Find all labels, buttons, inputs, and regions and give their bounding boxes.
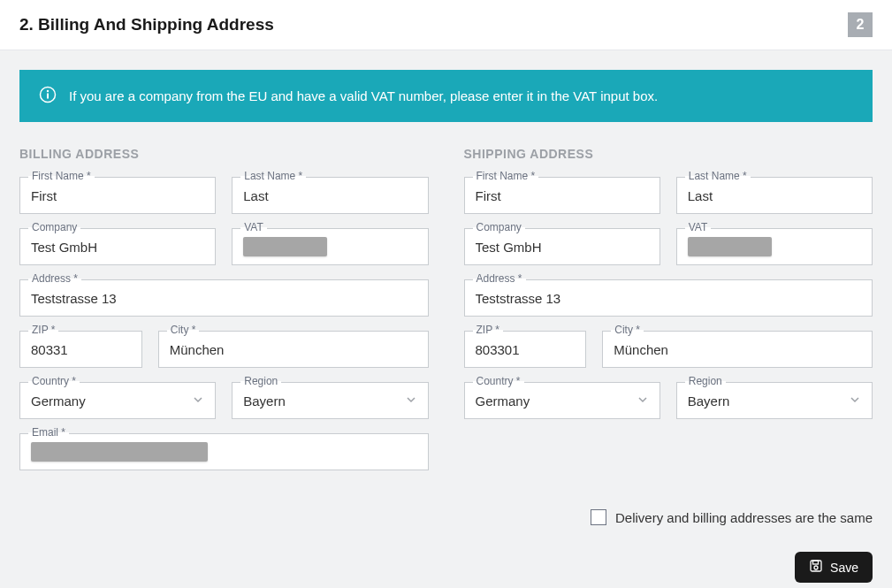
- field-label: Last Name *: [240, 170, 306, 182]
- svg-rect-4: [813, 561, 819, 564]
- billing-zip-field: ZIP *: [19, 331, 142, 368]
- chevron-down-icon: [637, 393, 649, 409]
- field-label: Country *: [28, 375, 80, 387]
- billing-email-field: Email *: [19, 433, 429, 470]
- field-label: Country *: [473, 375, 524, 387]
- field-label: Email *: [28, 426, 69, 439]
- billing-city-field: City *: [158, 331, 429, 368]
- select-value: Bayern: [688, 393, 730, 409]
- same-address-row: Delivery and billing addresses are the s…: [19, 509, 873, 525]
- save-button-label: Save: [830, 561, 858, 575]
- select-value: Bayern: [243, 393, 286, 409]
- save-icon: [809, 559, 823, 576]
- billing-last-name-field: Last Name *: [232, 177, 428, 214]
- field-label: Address *: [28, 272, 81, 285]
- billing-address-input[interactable]: [19, 279, 429, 317]
- shipping-last-name-input[interactable]: [676, 177, 873, 214]
- chevron-down-icon: [192, 393, 204, 409]
- billing-country-field: Country * Germany: [19, 382, 216, 419]
- shipping-address-field: Address *: [464, 279, 873, 317]
- field-label: Company: [473, 221, 525, 233]
- same-address-checkbox[interactable]: [591, 509, 606, 525]
- billing-country-select[interactable]: Germany: [19, 382, 216, 419]
- save-button[interactable]: Save: [795, 552, 873, 583]
- field-label: City *: [611, 324, 644, 336]
- shipping-vat-field: VAT: [676, 228, 873, 265]
- content-area: If you are a company from the EU and hav…: [0, 50, 892, 588]
- billing-last-name-input[interactable]: [232, 177, 428, 214]
- field-label: VAT: [685, 221, 712, 233]
- form-columns: BILLING ADDRESS First Name * Last Name *…: [19, 147, 873, 485]
- billing-company-input[interactable]: [19, 228, 216, 265]
- billing-email-input[interactable]: [19, 433, 429, 470]
- field-label: First Name *: [28, 170, 95, 182]
- field-label: Last Name *: [685, 170, 751, 182]
- shipping-address-input[interactable]: [464, 279, 873, 317]
- billing-region-field: Region Bayern: [232, 382, 428, 419]
- shipping-heading: SHIPPING ADDRESS: [464, 147, 873, 161]
- shipping-vat-input[interactable]: [676, 228, 873, 265]
- shipping-last-name-field: Last Name *: [676, 177, 873, 214]
- chevron-down-icon: [405, 393, 417, 409]
- shipping-region-select[interactable]: Bayern: [676, 382, 873, 419]
- shipping-column: SHIPPING ADDRESS First Name * Last Name …: [464, 147, 873, 485]
- shipping-country-field: Country * Germany: [464, 382, 660, 419]
- field-label: Company: [28, 221, 80, 233]
- shipping-first-name-input[interactable]: [464, 177, 660, 214]
- billing-column: BILLING ADDRESS First Name * Last Name *…: [19, 147, 429, 485]
- billing-vat-field: VAT: [232, 228, 428, 265]
- field-label: Address *: [473, 272, 526, 285]
- shipping-city-field: City *: [602, 331, 873, 368]
- billing-vat-input[interactable]: [232, 228, 428, 265]
- section-header: 2. Billing And Shipping Address 2: [0, 0, 892, 50]
- page-container: 2. Billing And Shipping Address 2 If you…: [0, 0, 892, 588]
- billing-company-field: Company: [19, 228, 216, 265]
- select-value: Germany: [31, 393, 86, 409]
- step-badge: 2: [848, 12, 873, 37]
- billing-first-name-field: First Name *: [19, 177, 216, 214]
- svg-rect-2: [47, 94, 49, 99]
- field-label: ZIP *: [473, 324, 503, 336]
- section-title: 2. Billing And Shipping Address: [19, 15, 274, 34]
- same-address-label: Delivery and billing addresses are the s…: [615, 510, 873, 525]
- redacted-value: [31, 442, 208, 462]
- field-label: Region: [240, 375, 281, 387]
- shipping-company-field: Company: [464, 228, 660, 265]
- billing-first-name-input[interactable]: [19, 177, 216, 214]
- field-label: ZIP *: [28, 324, 58, 336]
- info-text: If you are a company from the EU and hav…: [69, 88, 658, 103]
- field-label: Region: [685, 375, 726, 387]
- redacted-value: [243, 237, 327, 256]
- field-label: City *: [167, 324, 200, 336]
- billing-region-select[interactable]: Bayern: [232, 382, 428, 419]
- shipping-company-input[interactable]: [464, 228, 660, 265]
- billing-heading: BILLING ADDRESS: [19, 147, 429, 161]
- redacted-value: [688, 237, 772, 256]
- save-row: Save: [19, 552, 873, 583]
- billing-address-field: Address *: [19, 279, 429, 317]
- shipping-zip-input[interactable]: [464, 331, 587, 368]
- select-value: Germany: [476, 393, 530, 409]
- info-icon: [39, 86, 57, 106]
- svg-point-5: [814, 566, 818, 569]
- shipping-first-name-field: First Name *: [464, 177, 660, 214]
- info-alert: If you are a company from the EU and hav…: [19, 70, 873, 122]
- shipping-zip-field: ZIP *: [464, 331, 587, 368]
- shipping-city-input[interactable]: [602, 331, 873, 368]
- billing-zip-input[interactable]: [19, 331, 142, 368]
- shipping-country-select[interactable]: Germany: [464, 382, 660, 419]
- shipping-region-field: Region Bayern: [676, 382, 873, 419]
- svg-point-1: [47, 90, 49, 92]
- billing-city-input[interactable]: [158, 331, 429, 368]
- field-label: First Name *: [473, 170, 539, 182]
- chevron-down-icon: [849, 393, 861, 409]
- field-label: VAT: [240, 221, 267, 233]
